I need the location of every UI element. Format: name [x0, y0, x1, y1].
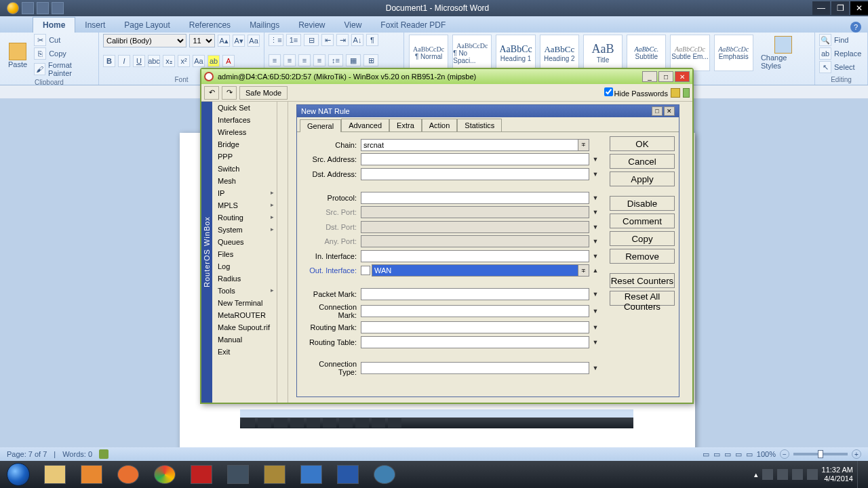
taskbar-app2[interactable]: [293, 461, 330, 488]
expand-icon[interactable]: ▼: [591, 250, 600, 262]
print-layout-icon[interactable]: ▭: [703, 450, 709, 459]
line-spacing-icon[interactable]: ↕≡: [328, 54, 343, 66]
copy-button[interactable]: Copy: [610, 231, 675, 246]
style-emphasis[interactable]: AaBbCcDcEmphasis: [714, 35, 753, 71]
taskbar-firefox[interactable]: [110, 461, 146, 488]
expand-icon[interactable]: ▼: [591, 192, 600, 204]
out-interface-input[interactable]: [372, 264, 578, 277]
taskbar-mediaplayer[interactable]: [73, 461, 110, 488]
bold-icon[interactable]: B: [103, 55, 115, 67]
undo-button[interactable]: ↶: [204, 86, 219, 100]
web-layout-icon[interactable]: ▭: [724, 450, 731, 459]
superscript-icon[interactable]: x²: [178, 55, 190, 67]
sidebar-item-interfaces[interactable]: Interfaces: [212, 114, 277, 126]
zoom-in-icon[interactable]: +: [852, 449, 861, 459]
clear-format-icon[interactable]: Aa: [248, 35, 260, 47]
expand-icon[interactable]: ▼: [591, 336, 600, 348]
indent-dec-icon[interactable]: ⇤: [321, 34, 334, 46]
nat-close-button[interactable]: ✕: [664, 106, 675, 116]
sidebar-item-ppp[interactable]: PPP: [212, 150, 277, 163]
borders-icon[interactable]: ⊞: [363, 54, 378, 66]
lock-icon[interactable]: [671, 88, 680, 98]
sidebar-item-mesh[interactable]: Mesh: [212, 175, 277, 187]
tab-insert[interactable]: Insert: [75, 18, 115, 33]
align-right-icon[interactable]: ≡: [298, 54, 311, 66]
copy-button[interactable]: ⎘Copy: [34, 47, 94, 60]
pilcrow-icon[interactable]: ¶: [366, 34, 378, 46]
remove-button[interactable]: Remove: [610, 249, 675, 264]
paste-button[interactable]: Paste: [4, 41, 31, 70]
taskbar-explorer[interactable]: [37, 461, 73, 488]
start-button[interactable]: [0, 461, 37, 488]
show-desktop-button[interactable]: [857, 461, 863, 488]
sidebar-item-mpls[interactable]: MPLS: [212, 199, 277, 211]
sidebar-item-system[interactable]: System: [212, 224, 277, 236]
taskbar-chrome[interactable]: [146, 461, 183, 488]
sidebar-item-routing[interactable]: Routing: [212, 211, 277, 224]
taskbar-word[interactable]: [330, 461, 366, 488]
sidebar-item-radius[interactable]: Radius: [212, 272, 277, 285]
style-subtitle[interactable]: AaBbCc.Subtitle: [627, 35, 666, 71]
expand-icon[interactable]: ▼: [591, 321, 600, 333]
highlight-icon[interactable]: ab: [208, 55, 220, 67]
tab-page-layout[interactable]: Page Layout: [115, 18, 179, 33]
justify-icon[interactable]: ≡: [313, 54, 326, 66]
cancel-button[interactable]: Cancel: [610, 154, 675, 169]
sidebar-item-new-terminal[interactable]: New Terminal: [212, 297, 277, 309]
underline-icon[interactable]: U: [133, 55, 145, 67]
tray-battery-icon[interactable]: [807, 469, 818, 480]
tray-volume-icon[interactable]: [792, 469, 803, 480]
sidebar-item-ip[interactable]: IP: [212, 187, 277, 199]
office-button[interactable]: [7, 2, 19, 14]
connection-type-input[interactable]: [361, 362, 589, 374]
expand-icon[interactable]: ▼: [591, 305, 600, 317]
sidebar-item-queues[interactable]: Queues: [212, 236, 277, 248]
italic-icon[interactable]: I: [118, 55, 130, 67]
protocol-input[interactable]: [361, 192, 589, 204]
strike-icon[interactable]: abc: [148, 55, 160, 67]
sidebar-item-files[interactable]: Files: [212, 248, 277, 260]
sidebar-item-quick-set[interactable]: Quick Set: [212, 102, 277, 114]
packet-mark-input[interactable]: [361, 288, 589, 300]
spellcheck-icon[interactable]: [99, 449, 108, 459]
taskbar-7zip[interactable]: [256, 461, 293, 488]
out-interface-not-checkbox[interactable]: [361, 266, 370, 275]
sidebar-item-tools[interactable]: Tools: [212, 285, 277, 297]
font-name-select[interactable]: Calibri (Body): [103, 34, 186, 47]
expand-icon[interactable]: ▼: [591, 221, 600, 233]
find-button[interactable]: 🔍Find: [819, 34, 863, 46]
status-words[interactable]: Words: 0: [62, 450, 92, 458]
safe-mode-button[interactable]: Safe Mode: [239, 86, 288, 100]
help-icon[interactable]: ?: [850, 22, 861, 33]
winbox-maximize-button[interactable]: □: [658, 71, 673, 82]
chain-dropdown-icon[interactable]: ∓: [578, 139, 589, 151]
apply-button[interactable]: Apply: [610, 171, 675, 186]
taskbar-app1[interactable]: [220, 461, 256, 488]
shading-icon[interactable]: ▦: [346, 54, 361, 66]
nat-tab-general[interactable]: General: [300, 119, 341, 132]
qat-undo-icon[interactable]: [37, 2, 49, 14]
collapse-icon[interactable]: ▲: [591, 264, 600, 277]
expand-icon[interactable]: ▼: [591, 235, 600, 247]
zoom-level[interactable]: 100%: [757, 450, 776, 458]
full-screen-icon[interactable]: ▭: [713, 450, 720, 459]
dst-address-input[interactable]: [361, 168, 589, 180]
change-case-icon[interactable]: Aa: [193, 55, 205, 67]
style-heading1[interactable]: AaBbCcHeading 1: [496, 35, 535, 71]
in-interface-input[interactable]: [361, 250, 589, 262]
sidebar-item-make-supout-rif[interactable]: Make Supout.rif: [212, 321, 277, 333]
close-button[interactable]: ✕: [850, 1, 868, 15]
expand-icon[interactable]: ▼: [591, 206, 600, 218]
replace-button[interactable]: abReplace: [819, 47, 863, 60]
sidebar-item-exit[interactable]: Exit: [212, 346, 277, 358]
font-color-icon[interactable]: A: [222, 55, 235, 67]
src-address-input[interactable]: [361, 153, 589, 165]
zoom-out-icon[interactable]: −: [780, 449, 789, 459]
draft-icon[interactable]: ▭: [746, 450, 753, 459]
connection-mark-input[interactable]: [361, 305, 589, 317]
sidebar-item-bridge[interactable]: Bridge: [212, 138, 277, 150]
style-title[interactable]: AaBTitle: [583, 35, 623, 71]
tab-view[interactable]: View: [335, 18, 372, 33]
ok-button[interactable]: OK: [610, 136, 675, 151]
nat-tab-action[interactable]: Action: [422, 119, 458, 131]
